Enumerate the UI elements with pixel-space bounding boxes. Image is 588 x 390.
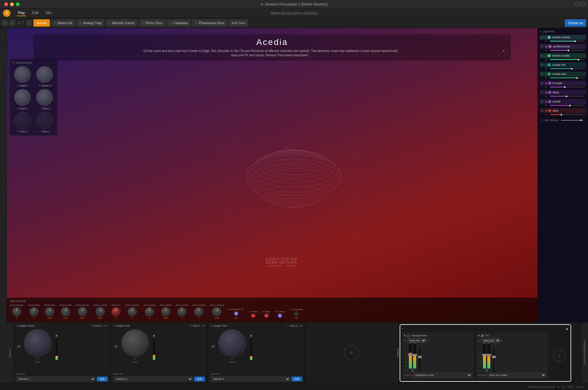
layer-2-header[interactable]: 2 ⊛ synthDulcimer xyxy=(540,44,586,49)
outputs-close-btn[interactable]: ▲ xyxy=(565,327,569,330)
tab-edit[interactable]: Edit xyxy=(31,10,40,16)
hp-fader-r[interactable] xyxy=(413,344,416,369)
pad-kick1[interactable]: ⊙ Kick 1 xyxy=(12,89,33,110)
pad-snare1-circle[interactable] xyxy=(14,66,31,83)
add-channel-btn[interactable]: + xyxy=(344,345,359,361)
knob-drum-compre[interactable] xyxy=(211,306,223,318)
tom-edit-btn[interactable]: Edit xyxy=(292,377,303,381)
tab-play[interactable]: Play xyxy=(17,10,26,16)
layer-4-header[interactable]: 4 ♩ Acedia Hat xyxy=(540,62,586,67)
next-page-btn[interactable]: › xyxy=(26,20,32,26)
snare-shuffle-icon[interactable]: ⇄ xyxy=(16,344,21,349)
preset-acedia[interactable]: Acedia xyxy=(33,19,50,27)
settings-icon[interactable]: ⚙ xyxy=(562,385,564,388)
layer-9-track[interactable] xyxy=(550,114,585,115)
layer-8-header[interactable]: 8 fx reverb xyxy=(540,99,586,104)
collapse-sidebar-btn[interactable]: › xyxy=(0,28,7,383)
layer-2-track[interactable] xyxy=(550,50,585,51)
pad-tom3-circle[interactable] xyxy=(36,112,53,129)
knob-drum-squash[interactable] xyxy=(128,307,137,316)
tab-mix[interactable]: Mix xyxy=(45,10,53,16)
snare-circle[interactable] xyxy=(24,329,51,357)
global-set-button[interactable]: Global set xyxy=(565,19,586,27)
layer-3-header[interactable]: 3 ♩ Snares Acedia xyxy=(540,53,586,58)
layer-5-track[interactable] xyxy=(550,77,585,78)
layer-7-track[interactable] xyxy=(550,96,585,97)
tom-sensor-select[interactable]: Sensor 3 xyxy=(210,377,290,381)
preset-analog-trap[interactable]: 3/ Analog Trap xyxy=(77,19,104,27)
minimize-button[interactable] xyxy=(10,2,14,6)
pa-out-ch-select[interactable]: Main Out L/Main xyxy=(487,373,546,377)
hp-fader-l[interactable] xyxy=(409,344,412,369)
prev-page-btn[interactable]: ‹ xyxy=(9,20,15,26)
add-new-button[interactable]: Add New xyxy=(229,19,249,27)
snare-sensor-select[interactable]: Sensor 1 xyxy=(16,377,96,381)
knob-tonal-reverb[interactable] xyxy=(77,306,88,318)
window-controls[interactable] xyxy=(4,2,20,6)
kick-circle[interactable] xyxy=(121,329,149,357)
pad-tom2-circle[interactable] xyxy=(14,112,31,129)
hp-main-fader[interactable] xyxy=(417,347,422,372)
layer-6-track[interactable] xyxy=(550,87,585,87)
preset-bebop[interactable]: 3/ Bebop Kit xyxy=(51,19,75,27)
preset-cataratas[interactable]: 4/ Cataratas xyxy=(167,19,191,27)
collapse-left-btn[interactable]: ‹ xyxy=(2,20,8,26)
knob-tonal-disto[interactable] xyxy=(44,306,55,317)
sound-system-badge: SOUND SYSTEM DEMO SESSION sunhouse • ©20… xyxy=(266,258,298,267)
pad-tom1-circle[interactable] xyxy=(36,89,53,106)
pad-tom2[interactable]: ⬡ Tom 2 xyxy=(12,112,33,133)
kick-edit-btn[interactable]: Edit xyxy=(194,377,205,381)
kick-shuffle-icon[interactable]: ⇄ xyxy=(113,344,119,349)
knob-drum-mods[interactable] xyxy=(177,307,187,316)
pad-snare2[interactable]: ⬡ Snare 2 xyxy=(35,66,55,87)
tom-shuffle-icon[interactable]: ⇄ xyxy=(210,344,216,349)
layer-8-track[interactable] xyxy=(550,105,585,106)
pa-fader-r[interactable] xyxy=(487,344,490,369)
pad-kick1-circle[interactable] xyxy=(14,89,31,106)
layer-1-header[interactable]: 1 ♩ selesta melody xyxy=(540,35,586,40)
layer-1-track[interactable] xyxy=(550,41,585,42)
knob-drum-delay[interactable] xyxy=(145,307,154,316)
preset-phantasma[interactable]: 4/ Phantasma Keys xyxy=(192,19,228,27)
knob-tonal-squash[interactable] xyxy=(12,307,21,316)
add-output-btn[interactable]: + xyxy=(553,350,566,362)
tom-circle[interactable] xyxy=(218,329,246,357)
kit-expand-btn[interactable]: ▾ xyxy=(503,49,505,53)
pad-snare1[interactable]: ⬡ Snare 1 xyxy=(12,66,33,87)
layer-4-track[interactable] xyxy=(550,68,585,69)
layer-7-header[interactable]: 7 fx delay xyxy=(540,90,586,95)
led-plus12[interactable] xyxy=(278,314,282,318)
knob-tonal-mods[interactable] xyxy=(60,306,71,318)
preset-pitchy[interactable]: 5/ Pitchy Perc xyxy=(139,19,165,27)
set-volume-track[interactable] xyxy=(561,120,585,121)
preset-melodic[interactable]: 4/ Melodic Future xyxy=(106,19,138,27)
tom-controls: ⇄ 14" Mesh xyxy=(210,329,302,363)
led-embedded-fx[interactable] xyxy=(234,311,238,316)
pa-fader-l[interactable] xyxy=(483,344,486,369)
layer-9-header[interactable]: 9 fx disto xyxy=(540,108,586,113)
kick-sensor-select[interactable]: Sensor 2 xyxy=(113,377,193,381)
snare-edit-btn[interactable]: Edit xyxy=(97,377,108,381)
led-plus3-modulate[interactable] xyxy=(294,311,299,316)
pad-snare2-circle[interactable] xyxy=(36,66,53,83)
knob-reset-fx[interactable] xyxy=(111,307,121,316)
hp-out-ch-select[interactable]: Headphone L/He xyxy=(413,373,472,377)
snare-volume-icon[interactable]: ▲ xyxy=(54,332,59,338)
maximize-button[interactable] xyxy=(16,2,20,6)
led-0steps[interactable] xyxy=(264,314,269,318)
pad-tom3[interactable]: ⬡ Tom 2 xyxy=(35,112,55,133)
knob-drum-reverb[interactable] xyxy=(194,307,203,316)
knob-tonal-delay[interactable] xyxy=(29,307,39,316)
layer-5-header[interactable]: 5 ♩ Acedia Kick xyxy=(540,72,586,76)
layer-6-header[interactable]: 6 fx fx mods xyxy=(540,81,586,86)
pad-tom1[interactable]: ⬡ Tom 1 xyxy=(35,89,55,110)
close-button[interactable] xyxy=(4,2,8,6)
led-minus12[interactable] xyxy=(251,314,255,318)
layer-3-track[interactable] xyxy=(550,59,585,60)
kick-volume-icon[interactable]: ▲ xyxy=(151,332,157,338)
knob-drum-disto[interactable] xyxy=(160,306,171,317)
pa-main-fader[interactable] xyxy=(492,347,496,372)
tom-volume-icon[interactable]: ▲ xyxy=(248,332,254,338)
knob-tonal-compre[interactable] xyxy=(94,306,107,318)
layer-1-name: selesta melody xyxy=(552,36,585,39)
